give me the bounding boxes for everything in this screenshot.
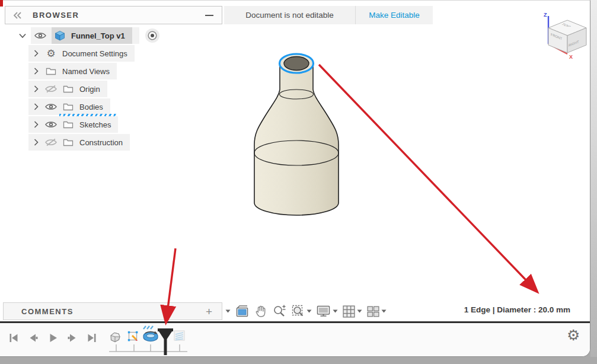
- view-cube[interactable]: TOP FRONT RIGHT Z X: [537, 7, 590, 69]
- tree-item-label[interactable]: Named Views: [62, 67, 110, 76]
- folder-icon: [62, 103, 74, 111]
- dropdown-caret-icon[interactable]: [225, 309, 231, 313]
- make-editable-button[interactable]: Make Editable: [355, 6, 433, 24]
- chevron-right-icon[interactable]: [32, 50, 40, 57]
- timeline-ticks: [116, 344, 180, 352]
- play-button[interactable]: [46, 331, 59, 344]
- collapse-panel-icon[interactable]: [13, 12, 22, 19]
- visibility-eye-icon[interactable]: [34, 31, 46, 40]
- caret-down-icon: [333, 309, 338, 313]
- row-body[interactable]: Construction: [28, 134, 130, 151]
- bottle-opening[interactable]: [284, 57, 309, 71]
- zoom-window-icon[interactable]: [291, 304, 312, 318]
- browser-header: BROWSER: [5, 6, 222, 24]
- minimize-panel-button[interactable]: [205, 11, 213, 20]
- tree-row-origin: Origin: [5, 81, 222, 97]
- rollback-dashes: [143, 326, 153, 329]
- timeline-features: [106, 323, 191, 357]
- caret-down-icon: [381, 309, 387, 313]
- grid-snaps-icon[interactable]: [342, 305, 362, 318]
- selection-status: 1 Edge | Diameter : 20.0 mm: [464, 305, 570, 314]
- component-row-body[interactable]: Funnel_Top v1: [31, 27, 139, 44]
- row-body[interactable]: Bodies: [28, 98, 110, 115]
- feature-suppressed-icon[interactable]: [174, 331, 184, 340]
- window-right-edge: [590, 0, 597, 357]
- visibility-eye-icon[interactable]: [45, 120, 57, 129]
- pan-hand-icon[interactable]: [254, 304, 269, 318]
- bottle-body[interactable]: [254, 63, 339, 215]
- chevron-right-icon[interactable]: [32, 68, 40, 75]
- go-to-end-button[interactable]: [85, 331, 98, 344]
- caret-down-icon: [307, 309, 312, 313]
- x-axis-label: X: [569, 54, 573, 60]
- go-to-start-button[interactable]: [7, 331, 20, 344]
- folder-icon: [62, 120, 74, 129]
- add-comment-button[interactable]: +: [206, 306, 212, 317]
- timeline-settings-gear-icon[interactable]: ⚙: [567, 327, 580, 344]
- tree-item-label[interactable]: Origin: [79, 85, 100, 94]
- feature-form-icon[interactable]: [111, 333, 120, 342]
- comments-title: COMMENTS: [21, 307, 74, 316]
- browser-title: BROWSER: [33, 11, 79, 20]
- tree-row-construction: Construction: [5, 134, 222, 151]
- component-selected-label[interactable]: Funnel_Top v1: [52, 27, 132, 44]
- chevron-right-icon[interactable]: [32, 139, 40, 146]
- activate-component-radio[interactable]: [145, 28, 159, 43]
- tree-item-label[interactable]: Construction: [79, 138, 123, 147]
- gear-icon: ⚙: [45, 49, 57, 59]
- caret-down-icon: [357, 309, 362, 313]
- tree-row-document-settings: ⚙ Document Settings: [5, 45, 222, 62]
- fit-icon[interactable]: [235, 304, 250, 318]
- viewports-icon[interactable]: [366, 305, 387, 318]
- folder-icon: [62, 138, 74, 146]
- row-body[interactable]: Sketches: [28, 116, 118, 133]
- navigation-toolbar: [225, 302, 387, 321]
- z-axis-label: Z: [544, 12, 547, 18]
- folder-icon: [45, 67, 57, 75]
- component-cube-icon: [54, 30, 66, 41]
- chevron-right-icon[interactable]: [32, 121, 40, 128]
- folder-icon: [62, 85, 74, 93]
- chevron-down-icon[interactable]: [19, 33, 26, 39]
- comments-bar[interactable]: COMMENTS +: [3, 302, 222, 320]
- step-forward-button[interactable]: [66, 331, 79, 344]
- tree-item-label[interactable]: Document Settings: [62, 49, 127, 58]
- tree-row-named-views: Named Views: [5, 63, 222, 79]
- display-settings-icon[interactable]: [316, 304, 338, 318]
- document-banner: Document is not editable Make Editable: [224, 6, 433, 24]
- hidden-eye-icon[interactable]: [45, 138, 57, 146]
- step-back-button[interactable]: [27, 331, 40, 344]
- row-body[interactable]: Origin: [28, 81, 107, 97]
- bottle-model[interactable]: [246, 47, 350, 222]
- corner-mark: [0, 0, 3, 7]
- tree-item-label[interactable]: Bodies: [79, 103, 103, 111]
- fusion-window: BROWSER Funnel_Top v1: [0, 0, 590, 357]
- chevron-right-icon[interactable]: [32, 85, 40, 92]
- visibility-eye-icon[interactable]: [45, 103, 57, 111]
- feature-revolve-icon[interactable]: [143, 331, 158, 341]
- tree-item-label[interactable]: Sketches: [79, 120, 111, 129]
- browser-tree: Funnel_Top v1 ⚙ Document Settings: [5, 27, 222, 151]
- timeline-playback-controls: [7, 331, 98, 344]
- tree-row-sketches: Sketches: [5, 116, 222, 133]
- tree-row-bodies: Bodies: [5, 98, 222, 115]
- row-body[interactable]: ⚙ Document Settings: [28, 45, 135, 62]
- tree-row-component: Funnel_Top v1: [5, 27, 222, 44]
- component-name[interactable]: Funnel_Top v1: [71, 31, 125, 40]
- timeline-bar: ⚙: [0, 323, 590, 357]
- chevron-right-icon[interactable]: [32, 103, 40, 110]
- hidden-eye-icon[interactable]: [45, 85, 57, 93]
- document-status-text: Document is not editable: [224, 6, 355, 24]
- browser-panel: BROWSER Funnel_Top v1: [5, 6, 222, 152]
- row-body[interactable]: Named Views: [28, 63, 117, 79]
- feature-sketch-icon[interactable]: [128, 331, 138, 341]
- zoom-icon[interactable]: [273, 304, 287, 318]
